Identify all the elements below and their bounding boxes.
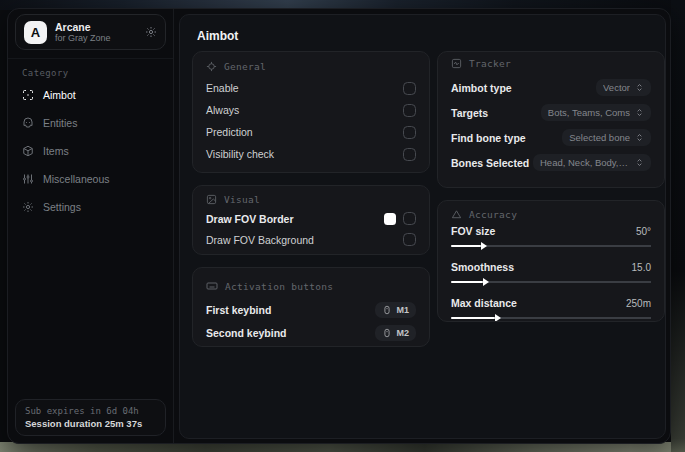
prediction-checkbox[interactable] — [403, 126, 416, 139]
setting-label: Second keybind — [206, 327, 287, 339]
entities-icon — [22, 117, 34, 129]
setting-row: Always — [206, 99, 416, 121]
setting-row: Second keybind M2 — [206, 321, 416, 344]
sub-expires-text: Sub expires in 6d 04h — [25, 406, 156, 416]
setting-label: First keybind — [206, 304, 271, 316]
triangle-icon — [451, 209, 462, 220]
unfold-icon — [635, 108, 644, 117]
slider-label: FOV size — [451, 225, 495, 237]
sidebar-header: A Arcane for Gray Zone — [8, 9, 173, 59]
targets-select[interactable]: Bots, Teams, Coms — [541, 104, 651, 121]
slider-label: Max distance — [451, 297, 517, 309]
visibility-check-checkbox[interactable] — [403, 148, 416, 161]
setting-label: Aimbot type — [451, 82, 512, 94]
package-icon — [22, 145, 34, 157]
sidebar-item-aimbot[interactable]: Aimbot — [8, 81, 173, 109]
slider-label: Smoothness — [451, 261, 514, 273]
setting-label: Draw FOV Border — [206, 213, 294, 225]
sliders-icon — [22, 173, 34, 185]
sidebar-item-label: Miscellaneous — [43, 173, 110, 185]
setting-row: Visibility check — [206, 143, 416, 165]
setting-row: Aimbot type Vector — [451, 75, 651, 100]
app-identity-card: A Arcane for Gray Zone — [15, 14, 166, 50]
mouse-icon — [382, 305, 392, 315]
general-card: General Enable Always Prediction Visibil… — [192, 51, 430, 173]
page-title: Aimbot — [197, 29, 238, 43]
sidebar-item-entities[interactable]: Entities — [8, 109, 173, 137]
setting-label: Bones Selected — [451, 157, 529, 169]
smoothness-slider-group: Smoothness 15.0 — [451, 259, 651, 286]
select-value: Vector — [603, 82, 630, 93]
setting-row: Draw FOV Background — [206, 229, 416, 250]
select-value: Bots, Teams, Coms — [548, 107, 630, 118]
app-logo: A — [24, 21, 47, 44]
setting-label: Prediction — [206, 126, 253, 138]
setting-label: Draw FOV Background — [206, 234, 314, 246]
fov-border-color-swatch[interactable] — [384, 213, 396, 225]
sidebar-item-label: Settings — [43, 201, 81, 213]
mouse-icon — [382, 328, 392, 338]
enable-checkbox[interactable] — [403, 82, 416, 95]
crosshair-scan-icon — [22, 89, 34, 101]
setting-row: Targets Bots, Teams, Coms — [451, 100, 651, 125]
activity-icon — [451, 58, 462, 69]
app-subtitle: for Gray Zone — [55, 33, 111, 43]
select-value: Selected bone — [569, 132, 630, 143]
setting-row: Prediction — [206, 121, 416, 143]
slider-fill[interactable] — [451, 281, 483, 284]
slider-fill[interactable] — [451, 317, 495, 320]
subscription-footer: Sub expires in 6d 04h Session duration 2… — [15, 399, 166, 436]
accuracy-card: Accuracy FOV size 50° Smoothness 15.0 — [437, 200, 665, 322]
app-window: A Arcane for Gray Zone Category — [7, 8, 671, 444]
setting-label: Find bone type — [451, 132, 526, 144]
session-duration-text: Session duration 25m 37s — [25, 418, 156, 429]
first-keybind-button[interactable]: M1 — [375, 302, 416, 318]
keybind-value: M1 — [396, 305, 409, 315]
setting-label: Visibility check — [206, 148, 274, 160]
setting-label: Targets — [451, 107, 488, 119]
setting-row: Draw FOV Border — [206, 208, 416, 229]
game-background-right — [671, 0, 685, 452]
main-panel: Aimbot General Enable Always — [179, 14, 666, 439]
sidebar-item-items[interactable]: Items — [8, 137, 173, 165]
app-title: Arcane — [55, 21, 111, 33]
sidebar-item-label: Entities — [43, 117, 77, 129]
find-bone-type-select[interactable]: Selected bone — [562, 129, 651, 146]
second-keybind-button[interactable]: M2 — [375, 325, 416, 341]
fov-size-slider-group: FOV size 50° — [451, 223, 651, 250]
crosshair-icon — [206, 61, 217, 72]
activation-buttons-card: Activation buttons First keybind M1 S — [192, 267, 430, 347]
setting-row: First keybind M1 — [206, 298, 416, 321]
sidebar-item-settings[interactable]: Settings — [8, 193, 173, 221]
sidebar-category-label: Category — [22, 68, 159, 78]
visual-card: Visual Draw FOV Border Draw FOV Backgrou… — [192, 185, 430, 255]
smoothness-slider[interactable] — [451, 277, 651, 286]
card-title: Activation buttons — [225, 281, 333, 292]
setting-label: Enable — [206, 82, 239, 94]
aimbot-type-select[interactable]: Vector — [596, 79, 651, 96]
max-distance-slider[interactable] — [451, 313, 651, 322]
header-gear-icon[interactable] — [145, 26, 157, 38]
select-value: Head, Neck, Body, Pe.. — [540, 157, 630, 168]
unfold-icon — [635, 83, 644, 92]
draw-fov-border-checkbox[interactable] — [403, 212, 416, 225]
card-title: Tracker — [469, 58, 511, 69]
draw-fov-background-checkbox[interactable] — [403, 233, 416, 246]
setting-label: Always — [206, 104, 239, 116]
fov-size-slider[interactable] — [451, 241, 651, 250]
setting-row: Find bone type Selected bone — [451, 125, 651, 150]
bones-selected-select[interactable]: Head, Neck, Body, Pe.. — [533, 154, 651, 171]
sidebar-item-label: Items — [43, 145, 69, 157]
slider-fill[interactable] — [451, 245, 481, 248]
setting-row: Bones Selected Head, Neck, Body, Pe.. — [451, 150, 651, 175]
sidebar-nav: Aimbot Entities — [8, 81, 173, 221]
unfold-icon — [635, 133, 644, 142]
slider-value: 15.0 — [632, 262, 651, 273]
card-title: Visual — [224, 194, 260, 205]
unfold-icon — [635, 158, 644, 167]
sidebar-item-miscellaneous[interactable]: Miscellaneous — [8, 165, 173, 193]
slider-value: 250m — [626, 298, 651, 309]
image-icon — [206, 194, 217, 205]
card-title: Accuracy — [469, 209, 517, 220]
always-checkbox[interactable] — [403, 104, 416, 117]
